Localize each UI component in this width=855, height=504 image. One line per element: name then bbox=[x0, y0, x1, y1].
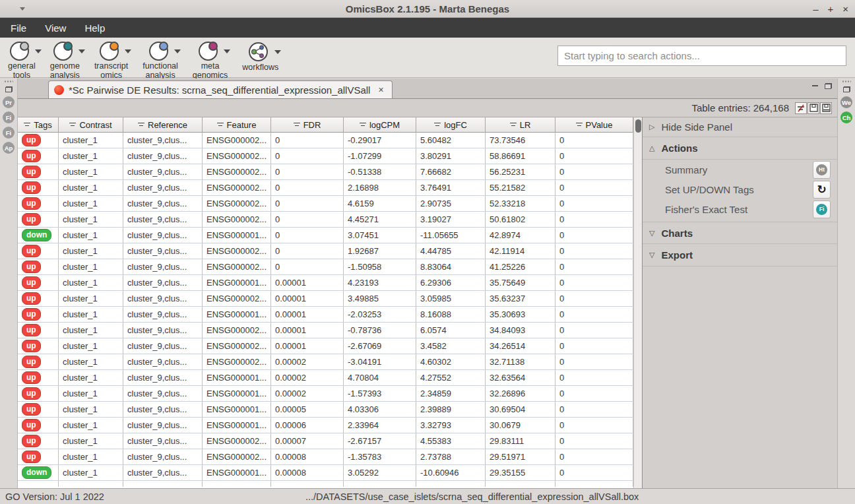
minimize-view-icon[interactable] bbox=[812, 84, 818, 86]
column-filter-icon[interactable] bbox=[510, 122, 517, 127]
tool-category-icon[interactable] bbox=[53, 42, 73, 61]
maximize-button[interactable]: + bbox=[827, 4, 833, 14]
table-row[interactable]: up cluster_1 cluster_9,clus... ENSG00000… bbox=[18, 196, 633, 212]
tool-category-icon[interactable] bbox=[10, 42, 29, 61]
column-filter-icon[interactable] bbox=[576, 122, 583, 127]
chevron-down-icon[interactable] bbox=[35, 49, 42, 53]
table-row[interactable]: up cluster_1 cluster_9,clus... ENSG00000… bbox=[18, 449, 633, 465]
table-row[interactable]: up cluster_1 cluster_9,clus... ENSG00000… bbox=[18, 275, 633, 291]
table-row[interactable]: down cluster_1 cluster_9,clus... ENSG000… bbox=[18, 228, 633, 243]
column-filter-icon[interactable] bbox=[360, 122, 366, 127]
save-button[interactable] bbox=[808, 102, 819, 114]
toolbar-group-workflows[interactable]: workflows bbox=[242, 42, 290, 73]
table-row[interactable]: up cluster_1 cluster_9,clus... ENSG00000… bbox=[18, 418, 633, 433]
close-button[interactable]: × bbox=[842, 4, 848, 14]
save-all-button[interactable] bbox=[820, 102, 832, 114]
chevron-down-icon[interactable] bbox=[274, 50, 281, 54]
vertical-scrollbar[interactable] bbox=[633, 117, 642, 488]
column-header[interactable]: logFC bbox=[416, 117, 486, 132]
column-filter-icon[interactable] bbox=[138, 122, 144, 127]
minimized-panel-badge[interactable]: Pr bbox=[3, 96, 15, 108]
drag-grip-icon[interactable] bbox=[4, 80, 13, 82]
cell-logfc: 2.39889 bbox=[416, 402, 486, 418]
action-button[interactable]: Fi bbox=[813, 201, 831, 218]
column-filter-icon[interactable] bbox=[24, 122, 30, 127]
chevron-down-icon[interactable] bbox=[125, 49, 131, 53]
table-row[interactable]: up cluster_1 cluster_9,clus... ENSG00000… bbox=[18, 180, 633, 196]
section-charts[interactable]: ▽ Charts bbox=[643, 222, 837, 244]
menu-item[interactable]: File bbox=[1, 20, 36, 36]
toolbar-group[interactable]: metagenomics bbox=[193, 42, 240, 80]
tool-category-icon[interactable] bbox=[100, 42, 119, 61]
edit-filter-button[interactable] bbox=[795, 102, 807, 114]
table-row[interactable]: up cluster_1 cluster_9,clus... ENSG00000… bbox=[18, 133, 633, 148]
table-row[interactable]: up cluster_1 cluster_9,clus... ENSG00000… bbox=[18, 323, 633, 338]
menu-item[interactable]: Help bbox=[75, 20, 114, 36]
restore-panel-icon[interactable] bbox=[843, 86, 850, 92]
table-row[interactable]: up cluster_1 cluster_9,clus... ENSG00000… bbox=[18, 212, 633, 228]
search-actions-input[interactable] bbox=[557, 46, 846, 66]
section-actions[interactable]: △ Actions bbox=[643, 137, 837, 160]
table-row[interactable]: up cluster_1 cluster_9,clus... ENSG00000… bbox=[18, 433, 633, 449]
action-item[interactable]: Set UP/DOWN Tags ↻ bbox=[643, 179, 837, 199]
column-filter-icon[interactable] bbox=[217, 122, 224, 127]
table-row[interactable]: up cluster_1 cluster_9,clus... ENSG00000… bbox=[18, 291, 633, 307]
minimized-panel-badge[interactable]: Ap bbox=[3, 142, 15, 154]
column-header[interactable]: FDR bbox=[271, 117, 344, 132]
table-row[interactable]: up cluster_1 cluster_9,clus... ENSG00000… bbox=[18, 243, 633, 259]
column-header[interactable]: Reference bbox=[123, 117, 203, 132]
column-filter-icon[interactable] bbox=[294, 122, 300, 127]
table-row[interactable]: up cluster_1 cluster_9,clus... ENSG00000… bbox=[18, 402, 633, 418]
column-header[interactable]: LR bbox=[486, 117, 555, 132]
cell-logcpm: -0.51338 bbox=[344, 164, 416, 180]
action-button[interactable]: Ht bbox=[813, 161, 831, 179]
chevron-down-icon[interactable] bbox=[79, 49, 85, 53]
table-row[interactable]: up cluster_1 cluster_9,clus... ENSG00000… bbox=[18, 148, 633, 164]
column-header[interactable]: Tags bbox=[18, 117, 59, 132]
column-filter-icon[interactable] bbox=[69, 122, 76, 127]
chevron-down-icon[interactable] bbox=[174, 49, 181, 53]
minimized-panel-badge[interactable]: Fi bbox=[3, 111, 15, 123]
toolbar-group[interactable]: generaltools bbox=[8, 42, 48, 80]
column-header[interactable]: logCPM bbox=[344, 117, 416, 132]
side-panel: ▷ Hide Side Panel △ Actions Summary Ht bbox=[642, 117, 837, 488]
tool-category-icon[interactable] bbox=[149, 42, 168, 61]
toolbar-group[interactable]: transcriptomics bbox=[94, 42, 140, 80]
action-button[interactable]: ↻ bbox=[813, 181, 831, 199]
toolbar-group[interactable]: genomeanalysis bbox=[50, 42, 92, 80]
restore-view-icon[interactable] bbox=[825, 83, 832, 89]
table-row[interactable]: up cluster_1 cluster_9,clus... ENSG00000… bbox=[18, 338, 633, 354]
toolbar-group[interactable]: functionalanalysis bbox=[142, 42, 190, 80]
tab-close-icon[interactable]: × bbox=[378, 84, 383, 95]
tab-pairwise-de-results[interactable]: *Sc Pairwise DE Results: scrna_seq_diffe… bbox=[48, 80, 393, 98]
minimized-panel-badge[interactable]: Fi bbox=[3, 127, 15, 139]
menu-item[interactable]: View bbox=[36, 20, 75, 36]
minimize-button[interactable]: – bbox=[813, 4, 818, 14]
minimized-panel-badge[interactable]: We bbox=[840, 96, 852, 108]
drag-grip-icon[interactable] bbox=[842, 80, 851, 82]
column-filter-icon[interactable] bbox=[434, 122, 441, 127]
table-row[interactable]: up cluster_1 cluster_9,clus... ENSG00000… bbox=[18, 386, 633, 402]
table-row[interactable]: up cluster_1 cluster_9,clus... ENSG00000… bbox=[18, 354, 633, 370]
chevron-down-icon[interactable] bbox=[224, 49, 230, 53]
table-row[interactable]: up cluster_1 cluster_9,clus... ENSG00000… bbox=[18, 370, 633, 386]
column-header[interactable]: PValue bbox=[555, 117, 633, 132]
hide-side-panel-button[interactable]: ▷ Hide Side Panel bbox=[643, 117, 837, 137]
column-header[interactable]: Feature bbox=[203, 117, 271, 132]
tool-category-icon[interactable] bbox=[199, 42, 218, 61]
workflows-icon[interactable] bbox=[248, 42, 269, 62]
table-row[interactable]: up cluster_1 cluster_9,clus... ENSG00000… bbox=[18, 307, 633, 323]
statusbar: GO Version: Jul 1 2022 .../DATASETS/use_… bbox=[0, 488, 855, 504]
table-row[interactable]: up cluster_1 cluster_9,clus... ENSG00000… bbox=[18, 164, 633, 180]
minimized-panel-badge[interactable]: Ch bbox=[840, 111, 852, 123]
tag-badge: down bbox=[22, 229, 51, 242]
action-item[interactable]: Summary Ht bbox=[643, 160, 837, 179]
save-all-icon bbox=[822, 104, 831, 112]
column-header[interactable]: Contrast bbox=[59, 117, 123, 132]
table-row[interactable]: down cluster_1 cluster_9,clus... ENSG000… bbox=[18, 465, 633, 481]
section-export[interactable]: ▽ Export bbox=[643, 244, 837, 267]
restore-panel-icon[interactable] bbox=[5, 86, 13, 92]
table-row[interactable]: up cluster_1 cluster_9,clus... ENSG00000… bbox=[18, 259, 633, 275]
scrollbar-thumb[interactable] bbox=[635, 119, 641, 133]
action-item[interactable]: Fisher's Exact Test Fi bbox=[643, 199, 837, 219]
